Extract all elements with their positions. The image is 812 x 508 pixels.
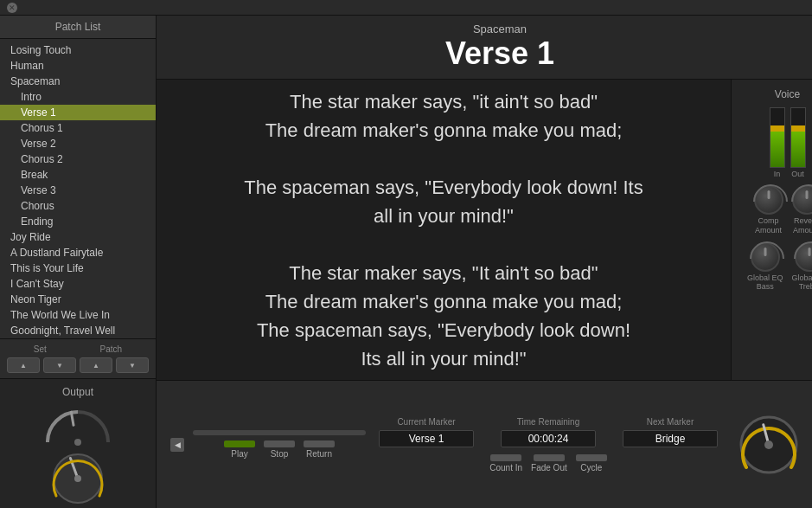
output-gauge [39,403,117,447]
right-content: Spaceman Verse 1 The star maker says, "i… [157,16,812,508]
transport-area: ◀ Play Stop [157,380,812,508]
song-header: Spaceman Verse 1 [157,16,812,80]
close-button[interactable]: ✕ [7,3,17,13]
play-label: Play [231,449,247,459]
knob-arc-comp [745,177,795,227]
vu-meter-in: In [770,107,785,178]
comp-amount-knob-container: CompAmount [754,185,783,235]
global-eq-treble-knob-container: Global EQTreble [792,242,813,293]
patch-item-verse-2[interactable]: Verse 2 [0,136,156,151]
patch-item-ending[interactable]: Ending [0,214,156,229]
next-marker-value: Bridge [655,433,686,445]
left-panel: Patch List Losing Touch Human Spaceman I… [0,16,157,508]
top-bar: ✕ [0,0,812,16]
vu-fill-yellow-in [770,125,784,132]
stop-indicator [264,440,295,447]
set-label: Set [34,344,47,354]
output-label: Output [62,386,93,398]
big-dial[interactable] [736,412,802,478]
patch-list-items: Losing Touch Human Spaceman Intro Verse … [0,39,156,338]
vu-fill-yellow-out [791,125,805,132]
reverb-amount-knob[interactable] [792,185,813,215]
patch-up-button[interactable] [80,357,112,373]
current-marker-bar: Verse 1 [379,430,474,447]
time-remaining-value: 00:00:24 [528,433,569,445]
sp-labels: Set Patch [7,344,149,354]
fade-out-indicator [534,454,565,461]
svg-point-3 [74,475,81,482]
return-indicator [304,440,335,447]
patch-item-joy-ride[interactable]: Joy Ride [0,229,156,245]
patch-list-header: Patch List [0,16,156,39]
patch-item-verse-3[interactable]: Verse 3 [0,183,156,198]
fade-out-label: Fade Out [531,463,567,473]
play-button[interactable]: Play [224,440,255,459]
cycle-indicator [576,454,607,461]
return-button[interactable]: Return [304,440,335,459]
song-name: Spaceman [157,23,812,35]
reverb-amount-knob-container: ReverbAmount [792,185,813,235]
global-eq-bass-knob-container: Global EQBass [747,242,783,293]
patch-item-this-is-your-life[interactable]: This is Your Life [0,260,156,276]
patch-down-button[interactable] [116,357,149,373]
lyrics-area: The star maker says, "it ain't so bad" T… [157,80,731,380]
next-marker-bar: Bridge [623,430,718,447]
fade-out-button[interactable]: Fade Out [531,454,567,473]
output-section: Output [0,378,156,508]
patch-label: Patch [100,344,123,354]
vu-fill-green-in [770,132,784,167]
lyrics-voice-area: The star maker says, "it ain't so bad" T… [157,80,812,380]
svg-point-5 [764,440,773,449]
stop-button[interactable]: Stop [264,440,295,459]
set-down-button[interactable] [43,357,76,373]
cycle-button[interactable]: Cycle [576,454,607,473]
global-eq-bass-knob[interactable] [751,242,780,272]
knob-row-2: Global EQBass Global EQTreble [747,242,812,293]
set-patch-controls: Set Patch [0,338,156,378]
vu-meter-out: Out [790,107,806,178]
return-label: Return [306,449,332,459]
patch-item-losing-touch[interactable]: Losing Touch [0,42,156,58]
patch-item-neon-tiger[interactable]: Neon Tiger [0,292,156,307]
lyrics-text: The star maker says, "it ain't so bad" T… [244,87,643,373]
set-up-button[interactable] [7,357,40,373]
cycle-label: Cycle [580,463,602,473]
patch-item-human[interactable]: Human [0,58,156,74]
output-dial[interactable] [48,448,108,508]
patch-item-intro[interactable]: Intro [0,89,156,105]
transport-progress-bar[interactable] [193,430,366,435]
patch-item-the-world[interactable]: The World We Live In [0,307,156,323]
vu-meters: In Out [770,109,806,178]
vu-fill-green-out [791,132,805,167]
next-marker-label: Next Marker [647,417,694,427]
prev-marker-button[interactable]: ◀ [170,438,184,452]
sp-buttons [7,357,149,373]
patch-item-chorus-2[interactable]: Chorus 2 [0,151,156,167]
patch-item-chorus-1[interactable]: Chorus 1 [0,120,156,136]
play-indicator [224,440,255,447]
svg-point-1 [74,439,81,446]
count-in-label: Count In [489,463,522,473]
count-in-indicator [490,454,521,461]
knob-row-1: CompAmount ReverbAmount [754,185,813,235]
big-dial-container [722,412,812,478]
patch-item-goodnight[interactable]: Goodnight, Travel Well [0,323,156,338]
voice-label: Voice [775,88,800,100]
patch-item-dustland[interactable]: A Dustland Fairytale [0,245,156,260]
patch-item-i-cant-stay[interactable]: I Can't Stay [0,276,156,292]
next-marker-section: Next Marker Bridge [618,417,722,447]
count-in-button[interactable]: Count In [489,454,522,473]
global-eq-treble-knob[interactable] [795,242,812,272]
stop-label: Stop [271,449,289,459]
patch-item-verse-1[interactable]: Verse 1 [0,105,156,120]
vu-bar-in [770,107,785,168]
time-remaining-section: Time Remaining 00:00:24 [492,417,604,447]
comp-amount-knob[interactable] [754,185,783,215]
time-remaining-label: Time Remaining [517,417,579,427]
patch-item-break[interactable]: Break [0,167,156,183]
section-name: Verse 1 [157,35,812,72]
current-marker-value: Verse 1 [409,433,444,445]
patch-item-spaceman[interactable]: Spaceman [0,74,156,89]
vu-label-in: In [774,170,781,178]
patch-item-chorus[interactable]: Chorus [0,198,156,214]
